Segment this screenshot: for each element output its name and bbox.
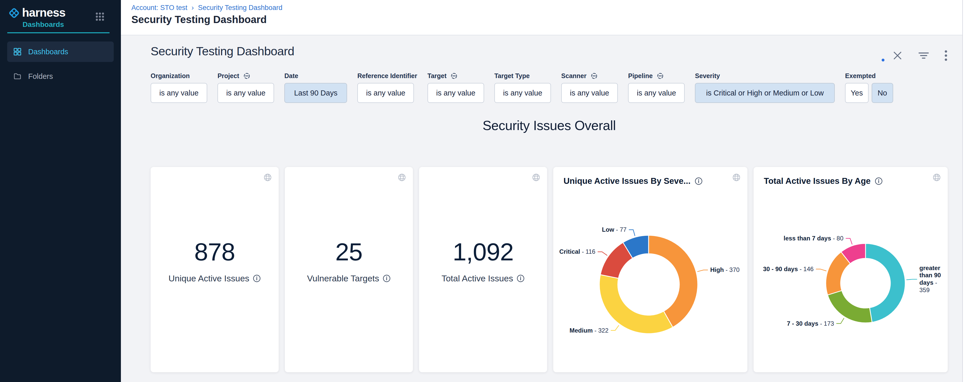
info-icon[interactable]: [383, 274, 391, 282]
sidebar-item-label: Dashboards: [28, 48, 68, 56]
section-title: Security Issues Overall: [151, 118, 948, 133]
tile-row: 878 Unique Active Issues: [151, 167, 948, 372]
filter-label: Reference Identifier: [357, 72, 417, 79]
filter-value-chip[interactable]: Last 90 Days: [284, 83, 347, 103]
donut-slice-greater-than-90-days[interactable]: [865, 244, 905, 322]
stat-value: 878: [194, 238, 235, 266]
filter-value-chip[interactable]: is any value: [561, 83, 618, 103]
filter-value-chip[interactable]: is any value: [628, 83, 685, 103]
cursor-dot: [881, 59, 885, 62]
filter-reference-identifier: Reference Identifieris any value: [357, 72, 417, 103]
filter-label: Scanner: [561, 72, 587, 79]
filter-label: Organization: [151, 72, 190, 79]
donut-callout-line: [629, 230, 635, 236]
breadcrumb-separator-icon: ›: [192, 3, 194, 12]
brand-name: harness: [22, 6, 65, 19]
app-switcher-grid-icon[interactable]: [95, 12, 105, 21]
stat-value: 25: [335, 238, 363, 266]
donut-callout-line: [697, 270, 708, 271]
filter-bar: Organizationis any valueProjectis any va…: [151, 72, 948, 103]
sidebar-item-dashboards[interactable]: Dashboards: [7, 41, 114, 62]
sidebar-nav: Dashboards Folders: [0, 41, 121, 87]
dashboard-title: Security Testing Dashboard: [151, 44, 294, 58]
filter-value-chip[interactable]: is any value: [151, 83, 207, 103]
sidebar-item-folders[interactable]: Folders: [7, 66, 114, 87]
donut-callout-line: [598, 252, 607, 255]
tile-issues-by-severity: Unique Active Issues By Seve...: [553, 167, 748, 372]
dashboard-content: Security Testing Dashboard: [121, 35, 963, 382]
globe-icon[interactable]: [263, 173, 272, 182]
linked-filter-icon: [450, 73, 457, 79]
stat-value: 1,092: [453, 238, 514, 266]
donut-callout-line: [611, 325, 619, 330]
breadcrumb-page-link[interactable]: Security Testing Dashboard: [198, 4, 283, 12]
sidebar-item-label: Folders: [28, 72, 53, 81]
filter-option-yes[interactable]: Yes: [845, 83, 868, 103]
module-underline: [7, 32, 110, 33]
filter-target: Targetis any value: [428, 72, 484, 103]
harness-logo-icon: [8, 7, 21, 19]
stat-caption: Vulnerable Targets: [307, 273, 379, 284]
dashboards-icon: [13, 48, 22, 56]
donut-callout-line: [816, 269, 826, 271]
filter-value-chip[interactable]: is any value: [494, 83, 551, 103]
filter-scanner: Scanneris any value: [561, 72, 618, 103]
app-window: harness Dashboards: [0, 0, 980, 382]
donut-callout-line: [846, 238, 852, 244]
linked-filter-icon: [591, 73, 598, 79]
top-header: Account: STO test › Security Testing Das…: [121, 0, 963, 35]
breadcrumb-account-link[interactable]: Account: STO test: [131, 4, 188, 12]
close-icon[interactable]: [892, 50, 903, 61]
donut-callout-line: [837, 318, 844, 323]
stat-caption: Unique Active Issues: [169, 273, 250, 284]
stat-caption: Total Active Issues: [442, 273, 513, 284]
filter-label: Project: [218, 72, 239, 79]
filter-label: Pipeline: [628, 72, 653, 79]
filter-severity: Severityis Critical or High or Medium or…: [695, 72, 835, 103]
dashboard-actions: [881, 50, 948, 62]
filter-date: DateLast 90 Days: [284, 72, 347, 103]
filter-label: Date: [284, 72, 298, 79]
linked-filter-icon: [657, 73, 663, 79]
folder-icon: [13, 72, 22, 81]
breadcrumb: Account: STO test › Security Testing Das…: [131, 3, 963, 12]
scrollbar-gutter[interactable]: [963, 0, 980, 382]
tile-total-active-issues: 1,092 Total Active Issues: [419, 167, 547, 372]
tile-unique-active-issues: 878 Unique Active Issues: [151, 167, 279, 372]
filter-label: Target: [428, 72, 447, 79]
globe-icon[interactable]: [398, 173, 406, 182]
tile-issues-by-age: Total Active Issues By Age: [754, 167, 948, 372]
filter-value-chip[interactable]: is any value: [357, 83, 414, 103]
page-title: Security Testing Dashboard: [131, 14, 963, 25]
donut-chart-age[interactable]: [754, 167, 948, 372]
filter-project: Projectis any value: [218, 72, 274, 103]
linked-filter-icon: [243, 73, 250, 79]
sidebar: harness Dashboards: [0, 0, 121, 382]
globe-icon[interactable]: [532, 173, 541, 182]
filter-exempted: ExemptedYesNo: [845, 72, 893, 103]
donut-callout-line: [907, 279, 917, 280]
filter-value-chip[interactable]: is any value: [218, 83, 274, 103]
filter-organization: Organizationis any value: [151, 72, 207, 103]
more-options-kebab-icon[interactable]: [944, 50, 948, 62]
filter-value-chip[interactable]: is Critical or High or Medium or Low: [695, 83, 835, 103]
filter-label: Severity: [695, 72, 720, 79]
donut-slice-7-30-days[interactable]: [827, 291, 872, 323]
info-icon[interactable]: [253, 274, 261, 282]
tile-vulnerable-targets: 25 Vulnerable Targets: [285, 167, 413, 372]
info-icon[interactable]: [517, 274, 525, 282]
filter-icon[interactable]: [918, 50, 930, 61]
filter-label: Exempted: [845, 72, 875, 79]
donut-chart-severity[interactable]: [553, 167, 748, 372]
filter-pipeline: Pipelineis any value: [628, 72, 685, 103]
filter-target-type: Target Typeis any value: [494, 72, 551, 103]
donut-slice-medium[interactable]: [599, 275, 673, 334]
filter-option-no[interactable]: No: [872, 83, 893, 103]
donut-slice-high[interactable]: [649, 235, 698, 327]
module-name: Dashboards: [22, 21, 65, 29]
filter-label: Target Type: [494, 72, 530, 79]
filter-value-chip[interactable]: is any value: [428, 83, 484, 103]
